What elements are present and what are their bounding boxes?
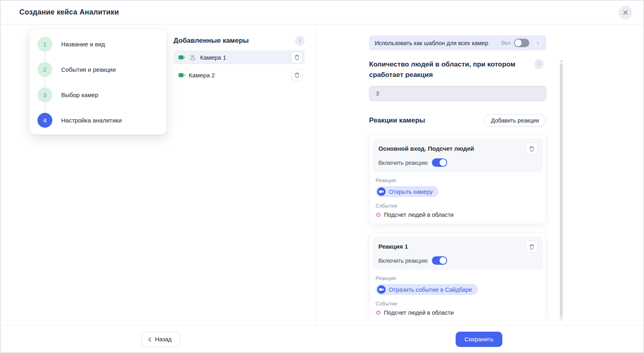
reaction-card-title: Основной вход. Подсчет людей — [378, 143, 474, 152]
back-button-label: Назад — [155, 336, 172, 343]
scrollbar[interactable] — [559, 60, 563, 324]
toggle-knob — [440, 257, 446, 264]
step-label: События и реакции — [61, 66, 116, 73]
reaction-chip-label: Открыть камеру — [389, 189, 433, 195]
camera-icon — [178, 55, 185, 60]
modal-title: Создание кейса Аналитики — [19, 8, 119, 17]
camera-name: Камера 2 — [189, 72, 215, 79]
template-info-button[interactable] — [533, 39, 542, 48]
delete-camera-button[interactable] — [291, 69, 303, 81]
create-analytics-case-modal: Создание кейса Аналитики 1 Название и ви… — [0, 0, 644, 353]
delete-camera-button[interactable] — [291, 52, 303, 63]
step-connector — [45, 52, 45, 62]
threshold-info-button[interactable] — [534, 59, 544, 69]
step-connector — [45, 102, 45, 113]
template-toggle[interactable] — [514, 39, 529, 47]
people-count-heading: Количество людей в области, при котором … — [369, 59, 546, 80]
event-ring-icon — [376, 311, 380, 315]
step-number-badge: 1 — [37, 37, 52, 52]
step-number-badge: 4 — [37, 113, 52, 128]
back-button[interactable]: Назад — [141, 332, 180, 347]
close-icon — [623, 10, 628, 15]
trash-icon — [294, 54, 300, 60]
close-button[interactable] — [619, 6, 632, 19]
ptz-camera-icon — [189, 54, 196, 60]
sidebar-event-icon — [377, 285, 386, 294]
toggle-knob — [440, 159, 446, 166]
reactions-heading: Реакции камеры — [369, 116, 425, 125]
reaction-chip-label: Отразить событие в Сайдбаре — [389, 287, 472, 293]
camera-name: Камера 1 — [200, 54, 226, 61]
modal-header: Создание кейса Аналитики — [0, 0, 644, 25]
added-cameras-heading: Добавленные камеры — [173, 37, 249, 45]
reaction-card: Реакция 1 Включить реакцию Р — [369, 233, 546, 322]
reaction-chip[interactable]: Отразить событие в Сайдбаре — [376, 284, 478, 295]
enable-reaction-label: Включить реакцию — [378, 160, 428, 166]
step-label: Название и вид — [61, 41, 105, 48]
added-cameras-panel: Добавленные камеры Камера 1 — [173, 35, 305, 82]
scrollbar-down-arrow-icon[interactable] — [560, 322, 563, 324]
step-connector — [45, 77, 45, 87]
trash-icon — [294, 72, 300, 78]
event-field-label: Событие — [376, 203, 543, 209]
stepper-step-cameras[interactable]: 3 Выбор камер — [37, 87, 159, 102]
toggle-knob — [515, 39, 522, 46]
delete-reaction-button[interactable] — [526, 143, 538, 155]
stepper-card: 1 Название и вид 2 События и реакции 3 В… — [29, 29, 167, 135]
cameras-info-button[interactable] — [295, 36, 305, 46]
analytics-settings-panel: Использовать как шаблон для всех камер В… — [369, 35, 546, 325]
event-value: Подсчет людей в области — [384, 212, 454, 218]
camera-row[interactable]: Камера 1 — [173, 50, 305, 64]
step-label: Выбор камер — [61, 91, 98, 98]
event-field-label: Событие — [376, 301, 543, 307]
reaction-card-title: Реакция 1 — [378, 241, 408, 250]
save-button[interactable]: Сохранить — [456, 332, 502, 347]
enable-reaction-toggle[interactable] — [432, 256, 447, 265]
step-number-badge: 3 — [37, 87, 52, 102]
step-number-badge: 2 — [37, 62, 52, 77]
event-ring-icon — [376, 213, 380, 217]
template-banner: Использовать как шаблон для всех камер В… — [369, 35, 546, 50]
reaction-field-label: Реакция — [376, 275, 543, 281]
scrollbar-up-arrow-icon[interactable] — [560, 60, 563, 62]
template-banner-label: Использовать как шаблон для всех камер — [375, 40, 502, 46]
camera-icon — [178, 73, 185, 78]
stepper-step-events[interactable]: 2 События и реакции — [37, 62, 159, 77]
open-camera-icon — [377, 187, 386, 196]
event-value: Подсчет людей в области — [384, 309, 454, 316]
reaction-chip[interactable]: Открыть камеру — [376, 186, 438, 197]
reaction-cards-list: Основной вход. Подсчет людей Включить ре… — [369, 135, 546, 325]
trash-icon — [529, 146, 535, 152]
step-label: Настройка аналитики — [61, 117, 122, 124]
enable-reaction-label: Включить реакцию — [378, 257, 428, 264]
delete-reaction-button[interactable] — [526, 241, 538, 253]
people-count-input[interactable] — [369, 86, 546, 101]
modal-footer: Назад Сохранить — [0, 325, 644, 353]
stepper-step-analytics[interactable]: 4 Настройка аналитики — [37, 113, 159, 128]
scrollbar-thumb[interactable] — [560, 63, 563, 321]
reaction-field-label: Реакция — [376, 177, 543, 183]
enable-reaction-toggle[interactable] — [432, 158, 447, 167]
modal-content: 1 Название и вид 2 События и реакции 3 В… — [0, 25, 644, 325]
trash-icon — [529, 244, 535, 250]
stepper-step-name[interactable]: 1 Название и вид — [37, 37, 159, 52]
panel-divider — [316, 25, 316, 325]
reaction-card: Основной вход. Подсчет людей Включить ре… — [369, 135, 546, 224]
add-reaction-button[interactable]: Добавить реакции — [484, 114, 546, 127]
chevron-left-icon — [148, 337, 151, 342]
toggle-state-label: Вкл — [502, 40, 510, 46]
camera-row[interactable]: Камера 2 — [173, 68, 305, 82]
